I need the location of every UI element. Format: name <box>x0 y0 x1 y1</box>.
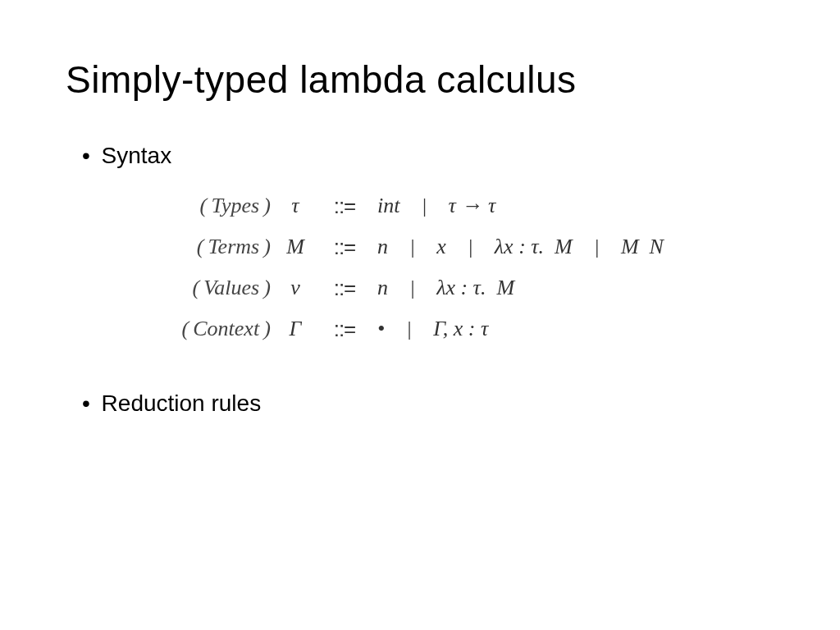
grammar-rhs: n | x | λx : τ. M | M N <box>369 235 664 259</box>
grammar-eq: ::= <box>320 194 369 219</box>
grammar-eq: ::= <box>320 276 369 301</box>
grammar-symbol: τ <box>271 194 320 218</box>
grammar-symbol: Γ <box>271 317 320 341</box>
bullet-reduction: Reduction rules <box>82 390 774 417</box>
grammar-row-values: ( Values ) v ::= n | λx : τ. M <box>148 267 774 308</box>
grammar-rhs: int | τ → τ <box>369 194 495 218</box>
grammar-eq: ::= <box>320 235 369 260</box>
grammar-row-terms: ( Terms ) M ::= n | x | λx : τ. M | M N <box>148 226 774 267</box>
grammar-row-types: ( Types ) τ ::= int | τ → τ <box>148 185 774 226</box>
slide-title: Simply-typed lambda calculus <box>66 57 774 102</box>
grammar-label: ( Types ) <box>148 194 271 218</box>
grammar-row-context: ( Context ) Γ ::= • | Γ, x : τ <box>148 308 774 349</box>
grammar-label: ( Context ) <box>148 317 271 341</box>
grammar-rhs: • | Γ, x : τ <box>369 317 488 341</box>
grammar-eq: ::= <box>320 317 369 342</box>
grammar-symbol: v <box>271 276 320 300</box>
grammar-rhs: n | λx : τ. M <box>369 276 514 300</box>
grammar-label: ( Terms ) <box>148 235 271 259</box>
grammar-symbol: M <box>271 235 320 259</box>
grammar-label: ( Values ) <box>148 276 271 300</box>
bullet-syntax: Syntax <box>82 143 774 169</box>
grammar-block: ( Types ) τ ::= int | τ → τ ( Terms ) M … <box>148 185 774 349</box>
